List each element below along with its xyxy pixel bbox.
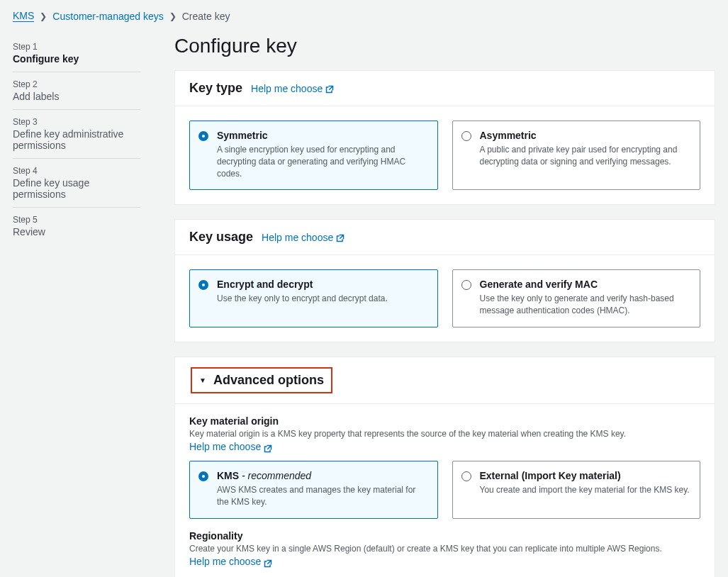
key-usage-mac[interactable]: Generate and verify MAC Use the key only… xyxy=(452,269,701,327)
breadcrumb-current: Create key xyxy=(182,11,230,22)
breadcrumb-kms[interactable]: KMS xyxy=(13,10,34,22)
step-title: Review xyxy=(13,226,140,237)
radio-icon xyxy=(461,471,471,481)
key-usage-help-link[interactable]: Help me choose xyxy=(262,232,345,243)
step-title: Define key administrative permissions xyxy=(13,128,140,151)
origin-hint: Key material origin is a KMS key propert… xyxy=(189,428,700,454)
regionality-hint: Create your KMS key in a single AWS Regi… xyxy=(189,543,700,568)
page-title: Configure key xyxy=(174,35,715,57)
origin-kms[interactable]: KMS - recommended AWS KMS creates and ma… xyxy=(189,461,438,519)
origin-label: Key material origin xyxy=(189,415,700,427)
step-label: Step 4 xyxy=(13,166,140,176)
step-title: Configure key xyxy=(13,53,140,65)
chevron-right-icon: ❯ xyxy=(169,11,177,21)
key-type-symmetric[interactable]: Symmetric A single encryption key used f… xyxy=(189,121,438,190)
step-label: Step 1 xyxy=(13,42,140,52)
step-label: Step 5 xyxy=(13,215,140,225)
chevron-right-icon: ❯ xyxy=(40,11,47,21)
key-usage-panel: Key usage Help me choose Encrypt and dec… xyxy=(174,219,715,342)
key-type-panel: Key type Help me choose Symmetric A sing… xyxy=(174,70,715,205)
step-review[interactable]: Step 5 Review xyxy=(13,208,140,245)
tile-title: External (Import Key material) xyxy=(480,470,690,481)
step-label: Step 3 xyxy=(13,117,140,127)
step-admin-permissions[interactable]: Step 3 Define key administrative permiss… xyxy=(13,110,140,159)
tile-title: Encrypt and decrypt xyxy=(217,279,427,290)
tile-title: Generate and verify MAC xyxy=(480,279,690,290)
key-type-heading: Key type xyxy=(189,81,242,96)
step-label: Step 2 xyxy=(13,79,140,89)
breadcrumb-customer-keys[interactable]: Customer-managed keys xyxy=(52,11,163,22)
wizard-steps-sidebar: Step 1 Configure key Step 2 Add labels S… xyxy=(13,35,140,245)
step-usage-permissions[interactable]: Step 4 Define key usage permissions xyxy=(13,159,140,208)
regionality-help-link[interactable]: Help me choose xyxy=(189,555,272,569)
external-link-icon xyxy=(336,233,345,242)
step-add-labels[interactable]: Step 2 Add labels xyxy=(13,72,140,110)
radio-icon xyxy=(198,471,208,481)
origin-external[interactable]: External (Import Key material) You creat… xyxy=(452,461,701,519)
caret-down-icon: ▼ xyxy=(199,376,206,384)
radio-icon xyxy=(461,131,471,141)
tile-desc: Use the key only to generate and verify … xyxy=(480,293,690,317)
step-configure-key[interactable]: Step 1 Configure key xyxy=(13,35,140,72)
radio-icon xyxy=(461,280,471,290)
key-usage-heading: Key usage xyxy=(189,230,253,245)
key-usage-encrypt[interactable]: Encrypt and decrypt Use the key only to … xyxy=(189,269,438,327)
advanced-options-heading: Advanced options xyxy=(213,373,324,388)
tile-desc: AWS KMS creates and manages the key mate… xyxy=(217,484,427,508)
key-type-help-link[interactable]: Help me choose xyxy=(251,83,334,94)
tile-title: KMS - recommended xyxy=(217,470,427,481)
external-link-icon xyxy=(264,558,272,566)
tile-desc: You create and import the key material f… xyxy=(480,484,690,496)
external-link-icon xyxy=(325,84,334,93)
step-title: Add labels xyxy=(13,91,140,102)
breadcrumb: KMS ❯ Customer-managed keys ❯ Create key xyxy=(13,10,715,22)
tile-desc: Use the key only to encrypt and decrypt … xyxy=(217,293,427,305)
tile-desc: A single encryption key used for encrypt… xyxy=(217,144,427,179)
advanced-options-toggle[interactable]: ▼ Advanced options xyxy=(175,357,715,403)
tile-desc: A public and private key pair used for e… xyxy=(480,144,690,168)
key-type-asymmetric[interactable]: Asymmetric A public and private key pair… xyxy=(452,121,701,190)
tile-title: Symmetric xyxy=(217,130,427,141)
tile-title: Asymmetric xyxy=(480,130,690,141)
step-title: Define key usage permissions xyxy=(13,177,140,200)
radio-icon xyxy=(198,131,208,141)
regionality-label: Regionality xyxy=(189,530,700,542)
advanced-options-panel: ▼ Advanced options Key material origin K… xyxy=(174,357,715,577)
external-link-icon xyxy=(264,443,272,452)
origin-help-link[interactable]: Help me choose xyxy=(189,440,272,454)
radio-icon xyxy=(198,280,208,290)
